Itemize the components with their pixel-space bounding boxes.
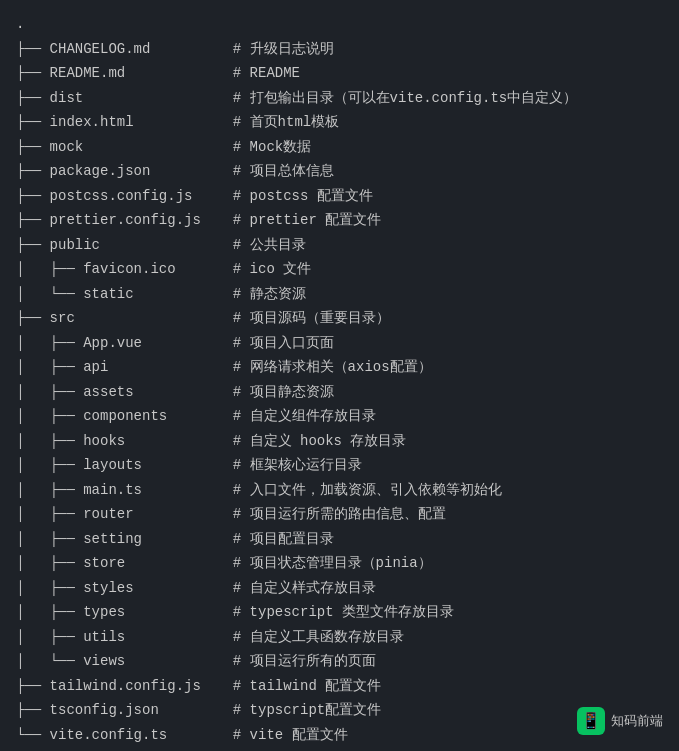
tree-item-tsconfig-json: ├── tsconfig.json # typscript配置文件 — [16, 698, 663, 723]
tree-item-views: │ └── views # 项目运行所有的页面 — [16, 649, 663, 674]
tree-item-static: │ └── static # 静态资源 — [16, 282, 663, 307]
tree-item-api: │ ├── api # 网络请求相关（axios配置） — [16, 355, 663, 380]
tree-item-app-vue: │ ├── App.vue # 项目入口页面 — [16, 331, 663, 356]
tree-item-src: ├── src # 项目源码（重要目录） — [16, 306, 663, 331]
tree-item-favicon: │ ├── favicon.ico # ico 文件 — [16, 257, 663, 282]
tree-item-styles: │ ├── styles # 自定义样式存放目录 — [16, 576, 663, 601]
tree-item-changelog: ├── CHANGELOG.md # 升级日志说明 — [16, 37, 663, 62]
tree-item-tailwind-config: ├── tailwind.config.js # tailwind 配置文件 — [16, 674, 663, 699]
tree-item-layouts: │ ├── layouts # 框架核心运行目录 — [16, 453, 663, 478]
tree-item-utils: │ ├── utils # 自定义工具函数存放目录 — [16, 625, 663, 650]
tree-item-hooks: │ ├── hooks # 自定义 hooks 存放目录 — [16, 429, 663, 454]
tree-item-readme: ├── README.md # README — [16, 61, 663, 86]
file-tree: . ├── CHANGELOG.md # 升级日志说明├── README.md… — [16, 12, 663, 747]
tree-item-dist: ├── dist # 打包输出目录（可以在vite.config.ts中自定义） — [16, 86, 663, 111]
brand-icon: 📱 — [577, 707, 605, 735]
tree-item-types: │ ├── types # typescript 类型文件存放目录 — [16, 600, 663, 625]
tree-item-main-ts: │ ├── main.ts # 入口文件，加载资源、引入依赖等初始化 — [16, 478, 663, 503]
tree-item-index-html: ├── index.html # 首页html模板 — [16, 110, 663, 135]
tree-item-store: │ ├── store # 项目状态管理目录（pinia） — [16, 551, 663, 576]
tree-item-router: │ ├── router # 项目运行所需的路由信息、配置 — [16, 502, 663, 527]
tree-item-setting: │ ├── setting # 项目配置目录 — [16, 527, 663, 552]
brand-label: 知码前端 — [611, 712, 663, 730]
root-dot: . — [16, 12, 663, 37]
tree-item-assets: │ ├── assets # 项目静态资源 — [16, 380, 663, 405]
tree-item-prettier-config: ├── prettier.config.js # prettier 配置文件 — [16, 208, 663, 233]
tree-item-package-json: ├── package.json # 项目总体信息 — [16, 159, 663, 184]
tree-item-public: ├── public # 公共目录 — [16, 233, 663, 258]
tree-item-postcss-config: ├── postcss.config.js # postcss 配置文件 — [16, 184, 663, 209]
tree-item-components: │ ├── components # 自定义组件存放目录 — [16, 404, 663, 429]
tree-item-vite-config: └── vite.config.ts # vite 配置文件 — [16, 723, 663, 748]
brand-badge: 📱 知码前端 — [577, 707, 663, 735]
tree-item-mock: ├── mock # Mock数据 — [16, 135, 663, 160]
